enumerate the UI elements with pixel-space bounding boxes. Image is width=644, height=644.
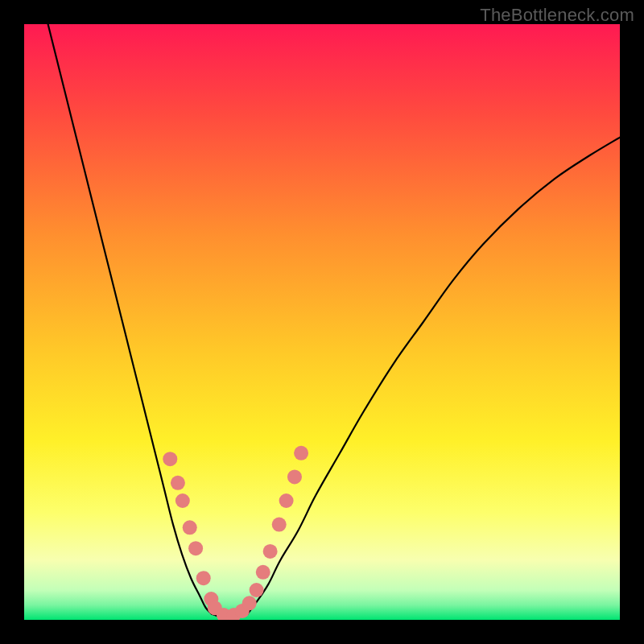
marker-dot	[175, 493, 190, 508]
plot-background	[24, 24, 620, 620]
marker-dot	[263, 544, 278, 559]
marker-dot	[242, 596, 257, 610]
marker-dot	[188, 541, 203, 555]
marker-dot	[287, 469, 302, 484]
marker-dot	[294, 446, 308, 460]
chart-container: TheBottleneck.com	[0, 0, 644, 644]
watermark-text: TheBottleneck.com	[480, 5, 634, 26]
marker-dot	[183, 520, 197, 535]
chart-plot	[24, 24, 620, 620]
marker-dot	[272, 518, 287, 532]
marker-dot	[279, 493, 294, 508]
marker-dot	[171, 476, 185, 490]
marker-dot	[163, 452, 177, 466]
marker-dot	[256, 565, 270, 580]
marker-dot	[250, 583, 264, 597]
marker-dot	[196, 571, 211, 585]
